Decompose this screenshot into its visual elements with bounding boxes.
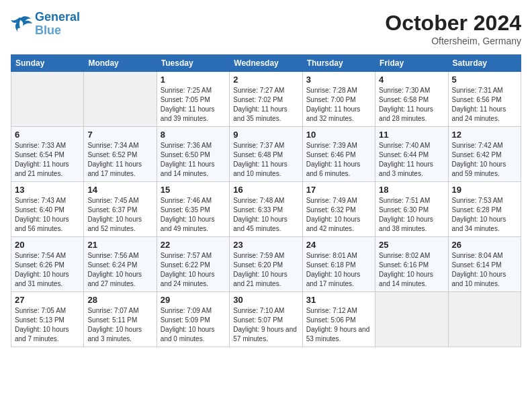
day-number: 31: [306, 295, 371, 305]
day-number: 8: [161, 130, 226, 140]
weekday-header: Thursday: [302, 55, 375, 72]
calendar-table: SundayMondayTuesdayWednesdayThursdayFrid…: [11, 54, 521, 347]
page-header: General Blue October 2024 Oftersheim, Ge…: [11, 11, 521, 46]
calendar-day-cell: 14Sunrise: 7:45 AM Sunset: 6:37 PM Dayli…: [84, 182, 157, 237]
day-number: 24: [306, 240, 371, 250]
calendar-day-cell: 3Sunrise: 7:28 AM Sunset: 7:00 PM Daylig…: [302, 72, 375, 127]
day-number: 19: [452, 185, 517, 195]
day-info: Sunrise: 7:30 AM Sunset: 6:58 PM Dayligh…: [379, 86, 444, 124]
calendar-day-cell: 18Sunrise: 7:51 AM Sunset: 6:30 PM Dayli…: [375, 182, 448, 237]
day-number: 5: [452, 75, 517, 85]
calendar-week-row: 6Sunrise: 7:33 AM Sunset: 6:54 PM Daylig…: [11, 127, 521, 182]
calendar-day-cell: 11Sunrise: 7:40 AM Sunset: 6:44 PM Dayli…: [375, 127, 448, 182]
calendar-day-cell: 13Sunrise: 7:43 AM Sunset: 6:40 PM Dayli…: [11, 182, 84, 237]
day-number: 13: [15, 185, 80, 195]
calendar-day-cell: 16Sunrise: 7:48 AM Sunset: 6:33 PM Dayli…: [230, 182, 302, 237]
day-info: Sunrise: 8:01 AM Sunset: 6:18 PM Dayligh…: [306, 251, 371, 289]
day-info: Sunrise: 7:37 AM Sunset: 6:48 PM Dayligh…: [233, 141, 298, 179]
day-number: 22: [161, 240, 226, 250]
calendar-day-cell: 21Sunrise: 7:56 AM Sunset: 6:24 PM Dayli…: [84, 237, 157, 292]
day-info: Sunrise: 7:59 AM Sunset: 6:20 PM Dayligh…: [233, 251, 298, 289]
day-info: Sunrise: 8:04 AM Sunset: 6:14 PM Dayligh…: [452, 251, 517, 289]
day-number: 29: [161, 295, 226, 305]
day-number: 16: [233, 185, 298, 195]
day-number: 7: [87, 130, 152, 140]
weekday-header-row: SundayMondayTuesdayWednesdayThursdayFrid…: [11, 55, 521, 72]
day-number: 14: [87, 185, 152, 195]
weekday-header: Monday: [84, 55, 157, 72]
weekday-header: Sunday: [11, 55, 84, 72]
day-info: Sunrise: 7:07 AM Sunset: 5:11 PM Dayligh…: [87, 306, 152, 344]
logo: General Blue: [11, 11, 80, 38]
day-number: 25: [379, 240, 444, 250]
calendar-day-cell: 17Sunrise: 7:49 AM Sunset: 6:32 PM Dayli…: [302, 182, 375, 237]
calendar-week-row: 13Sunrise: 7:43 AM Sunset: 6:40 PM Dayli…: [11, 182, 521, 237]
day-number: 1: [161, 75, 226, 85]
weekday-header: Saturday: [448, 55, 521, 72]
calendar-day-cell: [375, 292, 448, 347]
calendar-day-cell: 20Sunrise: 7:54 AM Sunset: 6:26 PM Dayli…: [11, 237, 84, 292]
calendar-day-cell: 1Sunrise: 7:25 AM Sunset: 7:05 PM Daylig…: [157, 72, 229, 127]
calendar-day-cell: 8Sunrise: 7:36 AM Sunset: 6:50 PM Daylig…: [157, 127, 229, 182]
day-number: 30: [233, 295, 298, 305]
month-title: October 2024: [385, 11, 521, 36]
day-info: Sunrise: 7:09 AM Sunset: 5:09 PM Dayligh…: [161, 306, 226, 344]
day-number: 26: [452, 240, 517, 250]
day-info: Sunrise: 7:56 AM Sunset: 6:24 PM Dayligh…: [87, 251, 152, 289]
day-info: Sunrise: 7:34 AM Sunset: 6:52 PM Dayligh…: [87, 141, 152, 179]
day-info: Sunrise: 7:39 AM Sunset: 6:46 PM Dayligh…: [306, 141, 371, 179]
day-number: 23: [233, 240, 298, 250]
calendar-day-cell: 22Sunrise: 7:57 AM Sunset: 6:22 PM Dayli…: [157, 237, 229, 292]
day-number: 2: [233, 75, 298, 85]
day-number: 18: [379, 185, 444, 195]
day-number: 3: [306, 75, 371, 85]
location: Oftersheim, Germany: [385, 36, 521, 46]
weekday-header: Friday: [375, 55, 448, 72]
calendar-day-cell: 9Sunrise: 7:37 AM Sunset: 6:48 PM Daylig…: [230, 127, 302, 182]
calendar-day-cell: 19Sunrise: 7:53 AM Sunset: 6:28 PM Dayli…: [448, 182, 521, 237]
calendar-day-cell: 12Sunrise: 7:42 AM Sunset: 6:42 PM Dayli…: [448, 127, 521, 182]
calendar-week-row: 20Sunrise: 7:54 AM Sunset: 6:26 PM Dayli…: [11, 237, 521, 292]
day-number: 6: [15, 130, 80, 140]
calendar-day-cell: 29Sunrise: 7:09 AM Sunset: 5:09 PM Dayli…: [157, 292, 229, 347]
calendar-day-cell: 15Sunrise: 7:46 AM Sunset: 6:35 PM Dayli…: [157, 182, 229, 237]
day-info: Sunrise: 7:51 AM Sunset: 6:30 PM Dayligh…: [379, 196, 444, 234]
weekday-header: Tuesday: [157, 55, 229, 72]
calendar-day-cell: 28Sunrise: 7:07 AM Sunset: 5:11 PM Dayli…: [84, 292, 157, 347]
weekday-header: Wednesday: [230, 55, 302, 72]
day-info: Sunrise: 7:33 AM Sunset: 6:54 PM Dayligh…: [15, 141, 80, 179]
logo-icon: [11, 15, 32, 34]
day-info: Sunrise: 7:53 AM Sunset: 6:28 PM Dayligh…: [452, 196, 517, 234]
calendar-day-cell: [84, 72, 157, 127]
day-info: Sunrise: 7:36 AM Sunset: 6:50 PM Dayligh…: [161, 141, 226, 179]
logo-text: General Blue: [35, 11, 80, 38]
day-number: 15: [161, 185, 226, 195]
calendar-day-cell: 23Sunrise: 7:59 AM Sunset: 6:20 PM Dayli…: [230, 237, 302, 292]
calendar-day-cell: 2Sunrise: 7:27 AM Sunset: 7:02 PM Daylig…: [230, 72, 302, 127]
calendar-day-cell: 27Sunrise: 7:05 AM Sunset: 5:13 PM Dayli…: [11, 292, 84, 347]
day-number: 27: [15, 295, 80, 305]
day-info: Sunrise: 7:46 AM Sunset: 6:35 PM Dayligh…: [161, 196, 226, 234]
day-info: Sunrise: 7:31 AM Sunset: 6:56 PM Dayligh…: [452, 86, 517, 124]
day-info: Sunrise: 7:28 AM Sunset: 7:00 PM Dayligh…: [306, 86, 371, 124]
day-number: 21: [87, 240, 152, 250]
day-number: 20: [15, 240, 80, 250]
day-info: Sunrise: 7:05 AM Sunset: 5:13 PM Dayligh…: [15, 306, 80, 344]
day-number: 11: [379, 130, 444, 140]
day-info: Sunrise: 7:12 AM Sunset: 5:06 PM Dayligh…: [306, 306, 371, 344]
calendar-week-row: 1Sunrise: 7:25 AM Sunset: 7:05 PM Daylig…: [11, 72, 521, 127]
day-number: 9: [233, 130, 298, 140]
day-info: Sunrise: 7:42 AM Sunset: 6:42 PM Dayligh…: [452, 141, 517, 179]
day-number: 4: [379, 75, 444, 85]
day-number: 17: [306, 185, 371, 195]
calendar-day-cell: 10Sunrise: 7:39 AM Sunset: 6:46 PM Dayli…: [302, 127, 375, 182]
day-info: Sunrise: 7:10 AM Sunset: 5:07 PM Dayligh…: [233, 306, 298, 344]
calendar-day-cell: 4Sunrise: 7:30 AM Sunset: 6:58 PM Daylig…: [375, 72, 448, 127]
day-info: Sunrise: 7:48 AM Sunset: 6:33 PM Dayligh…: [233, 196, 298, 234]
day-info: Sunrise: 7:27 AM Sunset: 7:02 PM Dayligh…: [233, 86, 298, 124]
calendar-day-cell: 5Sunrise: 7:31 AM Sunset: 6:56 PM Daylig…: [448, 72, 521, 127]
calendar-day-cell: 24Sunrise: 8:01 AM Sunset: 6:18 PM Dayli…: [302, 237, 375, 292]
day-number: 10: [306, 130, 371, 140]
day-number: 12: [452, 130, 517, 140]
day-info: Sunrise: 7:40 AM Sunset: 6:44 PM Dayligh…: [379, 141, 444, 179]
